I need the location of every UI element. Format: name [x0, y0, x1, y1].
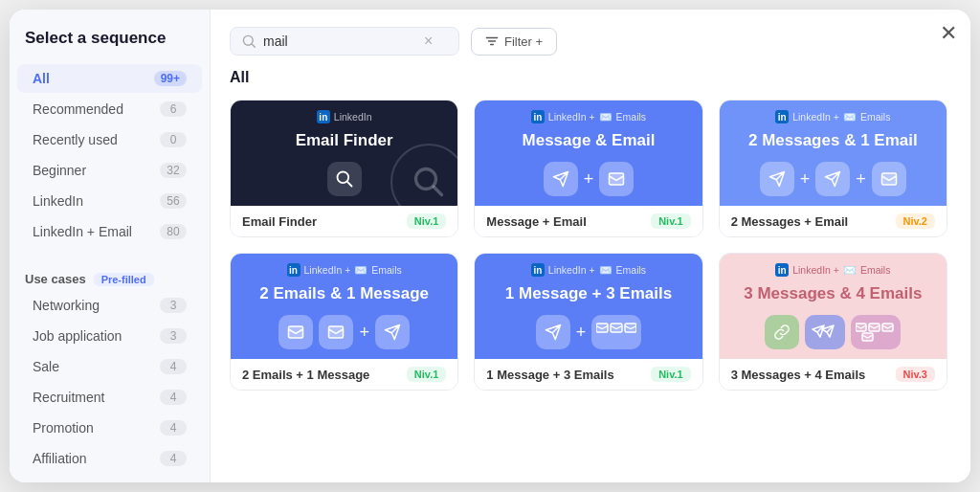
sidebar: Select a sequence All 99+ Recommended 6 …	[10, 10, 211, 482]
pre-filled-badge: Pre-filled	[94, 273, 154, 286]
card-2emails-1message[interactable]: in LinkedIn + ✉️ Emails 2 Emails & 1 Mes…	[230, 253, 458, 391]
decorative-circle	[390, 144, 457, 206]
card-title: Message & Email	[523, 131, 656, 150]
svg-rect-17	[869, 324, 880, 331]
sidebar-item-linkedin[interactable]: LinkedIn 56	[17, 187, 202, 215]
sidebar-item-affiliation[interactable]: Affiliation 4	[17, 444, 202, 473]
filter-icon	[485, 34, 499, 48]
linkedin-in-icon: in	[531, 263, 545, 277]
search-decorative-icon	[412, 165, 446, 199]
send-icon	[552, 170, 569, 188]
card-badge-text2: Emails	[616, 264, 647, 276]
card-icons: + +	[760, 162, 906, 196]
card-badge-label: LinkedIn +	[548, 111, 595, 123]
sidebar-item-recently-used[interactable]: Recently used 0	[17, 125, 202, 154]
card-icon-msg	[536, 315, 570, 349]
close-button[interactable]: ✕	[940, 23, 957, 44]
linkedin-in-icon: in	[317, 110, 330, 123]
card-name: Email Finder	[242, 214, 317, 229]
sidebar-item-count: 4	[160, 390, 187, 405]
card-email-finder[interactable]: in LinkedIn Email Finder	[230, 100, 458, 237]
email-icon: ✉️	[354, 264, 368, 277]
card-icon-emails-multi	[591, 315, 641, 349]
sidebar-item-label: LinkedIn + Email	[33, 224, 132, 239]
send-icon	[768, 170, 786, 188]
search-input[interactable]	[263, 34, 416, 49]
sidebar-item-recommended[interactable]: Recommended 6	[17, 95, 202, 123]
sidebar-item-label: Affiliation	[33, 451, 87, 466]
sidebar-item-job-application[interactable]: Job application 3	[17, 322, 202, 350]
send-icon2	[824, 170, 841, 188]
card-icon-link	[765, 315, 799, 349]
card-icons	[765, 315, 901, 349]
filter-button[interactable]: Filter +	[471, 28, 557, 56]
plus-separator: +	[800, 169, 811, 190]
card-3messages-4emails[interactable]: in LinkedIn + ✉️ Emails 3 Messages & 4 E…	[719, 253, 947, 391]
sidebar-item-linkedin-email[interactable]: LinkedIn + Email 80	[17, 217, 202, 246]
card-footer: 1 Message + 3 Emails Niv.1	[475, 359, 702, 390]
main-content: × Filter + All	[211, 10, 970, 482]
sidebar-item-label: All	[33, 71, 50, 86]
card-badge-text2: Emails	[860, 264, 891, 276]
svg-line-6	[347, 182, 352, 187]
sidebar-item-count: 56	[160, 193, 187, 209]
sidebar-item-beginner[interactable]: Beginner 32	[17, 156, 202, 185]
card-title: 1 Message + 3 Emails	[505, 284, 672, 303]
card-badge: in LinkedIn	[317, 110, 372, 123]
card-title: 2 Messages & 1 Email	[748, 131, 918, 150]
card-message-email[interactable]: in LinkedIn + ✉️ Emails Message & Email	[474, 100, 702, 237]
card-visual: in LinkedIn + ✉️ Emails 1 Message + 3 Em…	[475, 254, 702, 359]
linkedin-in-icon: in	[775, 263, 789, 277]
card-badge: in LinkedIn + ✉️ Emails	[531, 263, 646, 277]
email-icon	[880, 170, 898, 188]
card-icon-emails-multi2	[851, 315, 901, 349]
sidebar-item-all[interactable]: All 99+	[17, 64, 202, 93]
card-icon-email	[599, 162, 634, 196]
card-name: 2 Emails + 1 Message	[242, 368, 369, 382]
sidebar-item-count: 4	[160, 359, 187, 374]
card-icons: +	[536, 315, 642, 349]
card-badge-label2: Emails	[616, 111, 647, 123]
search-box[interactable]: ×	[230, 27, 459, 56]
card-icon-email2	[319, 315, 353, 349]
email-icon: ✉️	[599, 264, 612, 277]
sidebar-item-count: 0	[160, 132, 187, 147]
sidebar-item-label: Recommended	[33, 101, 123, 117]
svg-rect-12	[329, 326, 344, 338]
card-icon-msg1	[760, 162, 794, 196]
card-icon-msg2	[815, 162, 850, 196]
card-name: Message + Email	[486, 214, 586, 229]
card-icons	[327, 162, 362, 196]
linkedin-in-icon: in	[775, 110, 789, 123]
sidebar-item-label: Recently used	[33, 132, 118, 147]
card-icon-msgs	[805, 315, 845, 349]
card-icon-email	[872, 162, 906, 196]
level-badge: Niv.1	[407, 367, 446, 382]
card-icons: +	[544, 162, 635, 196]
card-badge-text2: Emails	[371, 264, 402, 276]
sidebar-item-recruitment[interactable]: Recruitment 4	[17, 383, 202, 412]
sidebar-item-count: 80	[160, 224, 187, 239]
send-icon	[545, 324, 562, 341]
sidebar-item-networking[interactable]: Networking 3	[17, 291, 202, 320]
sidebar-item-promotion[interactable]: Promotion 4	[17, 414, 202, 442]
email-icon	[287, 324, 304, 341]
card-title: Email Finder	[296, 131, 393, 150]
card-1message-3emails[interactable]: in LinkedIn + ✉️ Emails 1 Message + 3 Em…	[474, 253, 702, 391]
svg-line-8	[434, 187, 442, 194]
card-badge: in LinkedIn + ✉️ Emails	[775, 110, 890, 123]
sidebar-item-sale[interactable]: Sale 4	[17, 352, 202, 381]
sidebar-item-label: Job application	[33, 328, 122, 344]
card-visual: in LinkedIn + ✉️ Emails Message & Email	[475, 101, 702, 206]
level-badge: Niv.1	[407, 213, 446, 229]
card-name: 2 Messages + Email	[731, 214, 849, 229]
card-visual: in LinkedIn Email Finder	[231, 101, 457, 206]
sidebar-title: Select a sequence	[10, 29, 210, 63]
card-2messages-1email[interactable]: in LinkedIn + ✉️ Emails 2 Messages & 1 E…	[719, 100, 947, 237]
sidebar-item-count: 4	[160, 451, 187, 466]
card-icon-email1	[278, 315, 313, 349]
multi-email-icon2	[856, 323, 896, 342]
svg-rect-18	[882, 324, 893, 331]
svg-rect-13	[596, 324, 608, 332]
search-clear-button[interactable]: ×	[424, 34, 433, 49]
